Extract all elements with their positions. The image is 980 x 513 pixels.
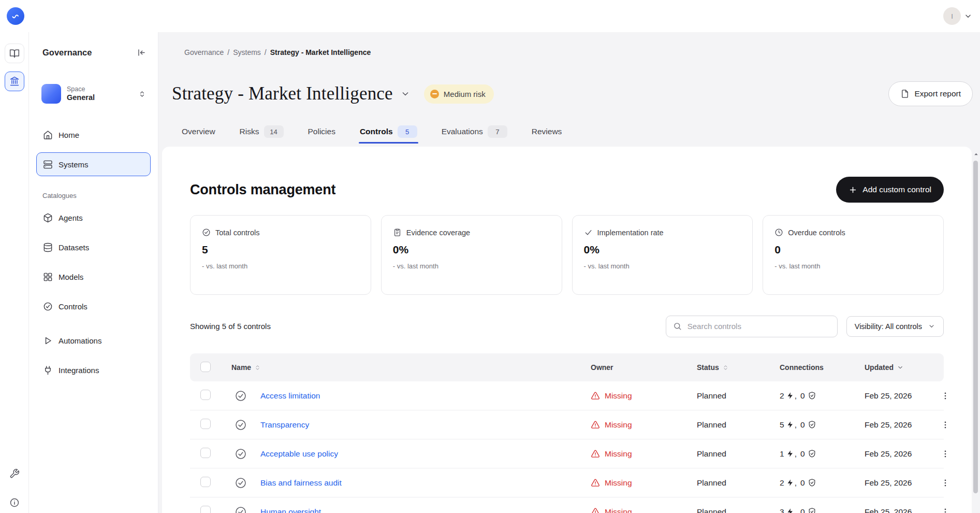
header-updated[interactable]: Updated [865,363,939,372]
export-report-button[interactable]: Export report [888,81,973,106]
row-checkbox[interactable] [200,477,211,487]
connections-value: 2 , 0 [780,478,865,488]
user-avatar[interactable]: I [943,7,961,25]
stat-label: Total controls [215,229,259,237]
add-custom-control-button[interactable]: Add custom control [836,177,944,203]
control-name-link[interactable]: Transparency [260,420,309,430]
icon-rail-top [5,44,24,91]
sidebar-nav: Home Systems Catalogues Agents Datasets … [36,123,151,382]
tab-risks[interactable]: Risks 14 [240,117,284,147]
connections-separator: , [795,478,797,488]
status-value: Planned [697,507,780,513]
row-menu-button[interactable] [939,504,952,513]
space-label: Space [67,86,95,93]
app-logo[interactable] [7,7,24,25]
tab-policies[interactable]: Policies [308,117,335,147]
title-row: Strategy - Market Intelligence Medium ri… [172,77,973,110]
header-status[interactable]: Status [697,363,780,372]
title-chevron-button[interactable] [400,89,411,99]
owner-missing-label: Missing [605,420,632,430]
visibility-filter-button[interactable]: Visibility: All controls [846,316,944,337]
breadcrumb-governance[interactable]: Governance [184,48,224,56]
tab-evaluations[interactable]: Evaluations 7 [442,117,507,147]
stat-overdue-controls: Overdue controls 0 - vs. last month [763,215,944,295]
logo-swirl-icon [10,10,21,22]
warning-triangle-icon [591,449,600,459]
risk-badge: Medium risk [424,84,494,104]
owner-missing-label: Missing [605,478,632,488]
header-name[interactable]: Name [231,363,591,372]
chevron-down-icon [897,364,904,371]
row-checkbox[interactable] [200,448,211,458]
tab-label: Reviews [532,127,562,136]
library-rail-button[interactable] [5,44,24,63]
icon-rail-bottom [9,468,20,510]
collapse-sidebar-button[interactable] [137,48,147,58]
plug-icon [43,365,53,375]
governance-rail-button[interactable] [5,72,24,91]
check-circle-icon [202,228,211,237]
home-icon [43,130,53,140]
row-menu-button[interactable] [939,388,952,404]
chevron-down-icon [928,322,935,330]
bolt-icon [786,392,794,400]
row-checkbox[interactable] [200,419,211,429]
space-text: Space General [67,86,95,102]
check-circle-icon [43,302,53,311]
automation-count: 5 [780,420,784,430]
control-check-icon [235,448,247,460]
connections-separator: , [795,507,797,513]
warning-triangle-icon [591,507,600,513]
scroll-up-arrow[interactable] [972,151,980,157]
sidebar-item-agents[interactable]: Agents [36,206,151,230]
shield-check-icon [808,420,816,429]
tools-button[interactable] [9,468,20,479]
sidebar-item-home[interactable]: Home [36,123,151,147]
connections-value: 5 , 0 [780,420,865,430]
sidebar-item-systems[interactable]: Systems [36,152,151,176]
connections-value: 2 , 0 [780,391,865,401]
status-value: Planned [697,478,780,488]
select-all-checkbox[interactable] [200,362,211,372]
table-toolbar: Showing 5 of 5 controls Visibility: All … [190,316,944,337]
row-checkbox[interactable] [200,390,211,400]
row-menu-button[interactable] [939,417,952,433]
sidebar-item-label: Controls [58,302,87,311]
space-selector[interactable]: Space General [36,80,151,108]
control-name-link[interactable]: Acceptable use policy [260,449,338,459]
search-input[interactable] [686,321,830,331]
control-name-link[interactable]: Access limitation [260,391,320,401]
row-menu-button[interactable] [939,475,952,491]
owner-missing-label: Missing [605,391,632,401]
clock-icon [774,228,783,237]
tab-reviews[interactable]: Reviews [532,117,562,147]
info-button[interactable] [9,497,20,508]
connections-value: 1 , 0 [780,449,865,459]
scrollbar-thumb[interactable] [973,161,978,493]
sidebar-item-automations[interactable]: Automations [36,329,151,352]
control-name-link[interactable]: Human oversight [260,507,321,513]
sidebar-item-models[interactable]: Models [36,265,151,289]
row-menu-button[interactable] [939,446,952,462]
connections-separator: , [795,391,797,401]
stat-value: 5 [202,244,359,256]
sidebar-item-integrations[interactable]: Integrations [36,358,151,382]
section-title: Controls management [190,182,335,198]
user-menu-chevron-icon[interactable] [963,11,973,21]
icon-rail [0,32,29,513]
breadcrumb: Governance / Systems / Strategy - Market… [184,48,973,56]
plus-icon [849,186,857,194]
row-checkbox[interactable] [200,506,211,513]
chevrons-up-down-icon [138,90,147,98]
tab-overview[interactable]: Overview [182,117,215,147]
tab-controls[interactable]: Controls 5 [360,117,417,147]
controls-card: Controls management Add custom control T… [162,147,972,513]
breadcrumb-systems[interactable]: Systems [233,48,261,56]
collapse-left-icon [137,48,147,58]
stat-label: Evidence coverage [406,229,470,237]
sidebar-item-datasets[interactable]: Datasets [36,235,151,259]
risk-badge-label: Medium risk [444,90,486,98]
sidebar-item-controls[interactable]: Controls [36,294,151,318]
control-name-link[interactable]: Bias and fairness audit [260,478,342,488]
stat-delta: - vs. last month [202,262,359,270]
